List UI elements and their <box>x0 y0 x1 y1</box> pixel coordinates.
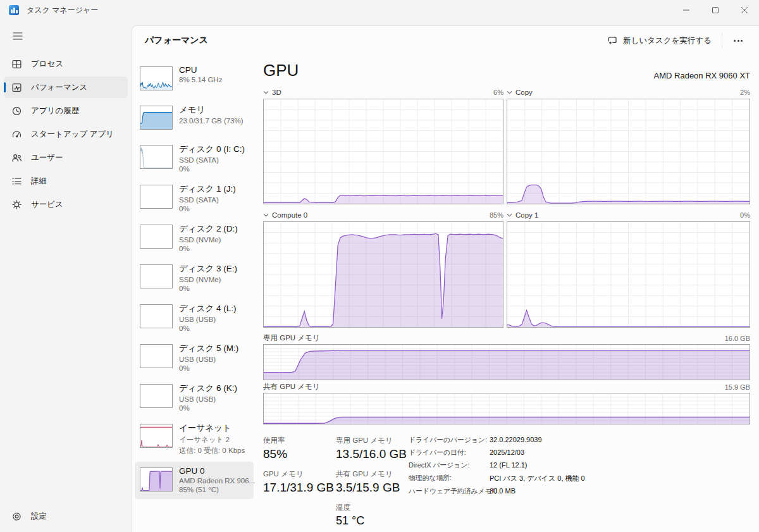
disk6-mini-chart <box>140 384 173 408</box>
sidebar-item-label: スタートアップ アプリ <box>31 129 114 140</box>
sidebar-item-processes[interactable]: プロセス <box>4 53 128 75</box>
detail-row: ハードウェア予約済みメモリ:80.0 MB <box>409 487 750 496</box>
usage-label: 使用率 <box>263 436 336 445</box>
detail-row: 物理的な場所:PCI バス 3, デバイス 0, 機能 0 <box>409 474 750 483</box>
detail-row: DirectX バージョン:12 (FL 12.1) <box>409 461 750 470</box>
gpu-device-name: AMD Radeon RX 9060 XT <box>654 71 750 80</box>
header-divider <box>722 34 722 47</box>
disk5-mini-chart <box>140 344 173 368</box>
task-manager-app-icon <box>9 5 19 15</box>
hamburger-menu-icon[interactable] <box>5 25 30 47</box>
chart-3d <box>263 99 503 204</box>
perf-item-disk4[interactable]: ディスク 4 (L:)USB (USB)0% <box>135 299 254 337</box>
perf-item-disk1[interactable]: ディスク 1 (J:)SSD (SATA)0% <box>135 179 254 217</box>
run-new-task-button[interactable]: 新しいタスクを実行する <box>601 32 718 50</box>
processes-icon <box>11 59 22 70</box>
shared-memory-value: 3.5/15.9 GB <box>336 481 409 495</box>
chart-title-dedicated-memory: 専用 GPU メモリ <box>263 333 320 343</box>
disk4-mini-chart <box>140 304 173 328</box>
sidebar-item-app-history[interactable]: アプリの履歴 <box>4 100 128 121</box>
run-new-task-label: 新しいタスクを実行する <box>623 35 712 46</box>
chart-title-copy: Copy <box>515 89 533 96</box>
dedicated-memory-value: 13.5/16.0 GB <box>336 447 409 461</box>
panel-header: パフォーマンス 新しいタスクを実行する <box>132 26 759 55</box>
run-new-task-icon <box>607 35 617 46</box>
perf-item-memory[interactable]: メモリ23.0/31.7 GB (73%) <box>135 100 254 137</box>
perf-item-cpu[interactable]: CPU8% 5.14 GHz <box>135 61 254 98</box>
performance-list: CPU8% 5.14 GHz メモリ23.0/31.7 GB (73%) ディス… <box>135 61 254 501</box>
close-button[interactable] <box>730 0 759 20</box>
main-panel: パフォーマンス 新しいタスクを実行する CPU8% 5.14 GHz メモリ23… <box>132 25 759 532</box>
chevron-down-icon[interactable] <box>263 90 269 94</box>
chevron-down-icon[interactable] <box>263 213 269 217</box>
chevron-down-icon[interactable] <box>507 213 512 217</box>
chart-value-compute0: 85% <box>490 211 503 219</box>
gpu-detail-pane: GPU AMD Radeon RX 9060 XT 3D 6% Copy 2% <box>263 61 750 529</box>
chart-value-3d: 6% <box>493 89 503 96</box>
gpu-driver-details: ドライバーのバージョン:32.0.22029.9039 ドライバーの日付:202… <box>409 436 750 500</box>
disk3-mini-chart <box>140 264 173 288</box>
gear-icon <box>11 511 22 522</box>
chart-copy <box>507 99 750 204</box>
perf-item-disk2[interactable]: ディスク 2 (D:)SSD (NVMe)0% <box>135 219 254 257</box>
gpu-stats: 使用率 85% GPU メモリ 17.1/31.9 GB 専用 GPU メモリ … <box>263 436 750 532</box>
minimize-button[interactable] <box>672 0 701 20</box>
sidebar: プロセス パフォーマンス アプリの履歴 スタートアップ アプリ ユーザー 詳細 … <box>0 20 132 532</box>
chart-compute0 <box>263 221 503 328</box>
gpu-memory-label: GPU メモリ <box>263 469 336 479</box>
disk1-mini-chart <box>140 185 173 209</box>
temperature-label: 温度 <box>336 503 409 512</box>
sidebar-item-startup-apps[interactable]: スタートアップ アプリ <box>4 123 128 145</box>
app-history-icon <box>11 106 22 116</box>
detail-row: ドライバーのバージョン:32.0.22029.9039 <box>409 436 750 445</box>
more-options-icon[interactable] <box>726 37 750 44</box>
sidebar-item-label: 詳細 <box>31 176 47 187</box>
page-title: パフォーマンス <box>145 35 208 46</box>
sidebar-item-label: プロセス <box>31 59 63 70</box>
sidebar-item-performance[interactable]: パフォーマンス <box>4 77 128 98</box>
window-controls <box>672 0 759 20</box>
disk0-mini-chart <box>140 145 173 169</box>
chart-value-copy: 2% <box>740 89 750 96</box>
perf-item-gpu0[interactable]: GPU 0AMD Radeon RX 906...85% (51 °C) <box>135 462 254 499</box>
gpu-memory-value: 17.1/31.9 GB <box>263 481 336 495</box>
disk2-mini-chart <box>140 225 173 249</box>
cpu-mini-chart <box>140 66 173 90</box>
services-icon <box>11 199 22 210</box>
maximize-button[interactable] <box>701 0 730 20</box>
gpu0-mini-chart <box>140 467 173 492</box>
chart-title-3d: 3D <box>272 89 281 96</box>
chevron-down-icon[interactable] <box>507 90 512 94</box>
titlebar: タスク マネージャー <box>0 0 759 20</box>
sidebar-item-label: パフォーマンス <box>31 82 87 93</box>
sidebar-item-details[interactable]: 詳細 <box>4 170 128 192</box>
startup-apps-icon <box>11 129 22 140</box>
chart-value-copy1: 0% <box>740 211 750 219</box>
performance-icon <box>11 82 22 93</box>
perf-item-disk3[interactable]: ディスク 3 (E:)SSD (NVMe)0% <box>135 259 254 297</box>
perf-item-disk5[interactable]: ディスク 5 (M:)USB (USB)0% <box>135 338 254 376</box>
settings-label: 設定 <box>31 511 47 522</box>
chart-title-copy1: Copy 1 <box>515 211 538 219</box>
chart-value-shared-memory: 15.9 GB <box>725 383 750 391</box>
chart-shared-gpu-memory <box>263 393 750 424</box>
sidebar-item-settings[interactable]: 設定 <box>4 505 128 527</box>
window-title: タスク マネージャー <box>27 5 98 16</box>
sidebar-item-label: アプリの履歴 <box>31 106 79 116</box>
perf-item-disk6[interactable]: ディスク 6 (K:)USB (USB)0% <box>135 378 254 416</box>
sidebar-item-label: サービス <box>31 199 63 210</box>
chart-dedicated-gpu-memory <box>263 344 750 380</box>
perf-item-ethernet[interactable]: イーサネットイーサネット 2送信: 0 受信: 0 Kbps <box>135 418 254 460</box>
chart-title-shared-memory: 共有 GPU メモリ <box>263 382 320 392</box>
sidebar-item-users[interactable]: ユーザー <box>4 147 128 168</box>
ethernet-mini-chart <box>140 424 173 448</box>
users-icon <box>11 152 22 163</box>
usage-value: 85% <box>263 447 336 461</box>
perf-item-disk0[interactable]: ディスク 0 (I: C:)SSD (SATA)0% <box>135 139 254 177</box>
sidebar-item-label: ユーザー <box>31 152 63 163</box>
temperature-value: 51 °C <box>336 514 409 528</box>
memory-mini-chart <box>140 106 173 130</box>
chart-copy1 <box>507 221 750 328</box>
sidebar-item-services[interactable]: サービス <box>4 194 128 215</box>
detail-row: ドライバーの日付:2025/12/03 <box>409 448 750 457</box>
